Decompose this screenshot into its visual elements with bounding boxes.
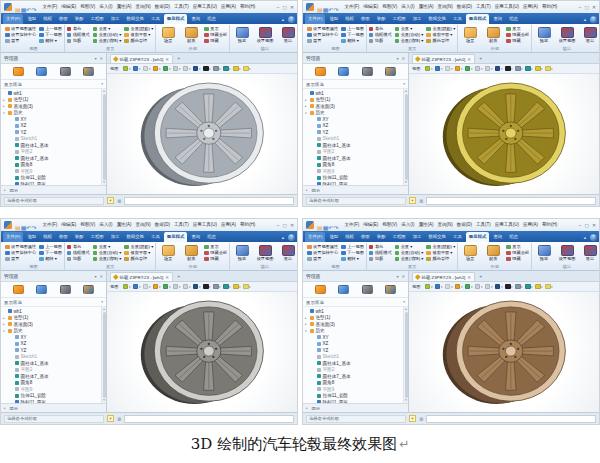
- ribbon-tab[interactable]: 装配: [72, 232, 87, 242]
- section-view-icon[interactable]: ▾: [495, 66, 503, 72]
- ribbon-button[interactable]: 隐藏: [204, 38, 227, 44]
- tab-close-icon[interactable]: ✕: [467, 275, 471, 280]
- list-icon[interactable]: ≣: [419, 415, 423, 423]
- tree-scrollbar[interactable]: ▲ ▼: [403, 307, 408, 403]
- pin-icon[interactable]: ▾: [94, 56, 96, 61]
- sketch-edit-icon[interactable]: ▾: [485, 66, 493, 72]
- menu-item[interactable]: 查询(N): [135, 2, 150, 12]
- ribbon-tab[interactable]: 造型: [326, 232, 341, 242]
- globe-icon[interactable]: ▾: [525, 284, 533, 290]
- assembly-manager-icon[interactable]: [36, 285, 47, 294]
- model-canvas[interactable]: [409, 292, 599, 412]
- help-icon[interactable]: ?: [590, 234, 597, 241]
- light-icon[interactable]: ▾: [455, 66, 463, 72]
- ribbon-tab[interactable]: 加工: [108, 14, 123, 24]
- ribbon-collapse-icon[interactable]: ▲: [281, 17, 285, 22]
- new-tab-button[interactable]: +: [477, 54, 484, 63]
- command-input[interactable]: [124, 197, 294, 205]
- pin-icon[interactable]: ▾: [396, 274, 398, 279]
- shade-mode-icon[interactable]: ▾: [425, 284, 433, 290]
- snap-point-alt-icon[interactable]: ▾: [545, 66, 553, 72]
- menu-item[interactable]: 工具(T): [174, 220, 189, 230]
- ribbon-tab[interactable]: 工程图: [390, 232, 409, 242]
- filter-funnel-icon[interactable]: ▼: [409, 415, 416, 422]
- panel-close-icon[interactable]: ✕: [99, 56, 103, 61]
- wireframe-icon[interactable]: ▾: [143, 284, 151, 290]
- ribbon-tab[interactable]: 曲面: [56, 14, 71, 24]
- new-tab-button[interactable]: +: [175, 272, 182, 281]
- ribbon-big-button[interactable]: 退出: [278, 27, 298, 44]
- minimize-button[interactable]: –: [579, 3, 582, 12]
- close-button[interactable]: ✕: [592, 3, 596, 12]
- ribbon-big-button[interactable]: 预览: [534, 245, 554, 262]
- menu-item[interactable]: 帮助(H): [240, 220, 255, 230]
- ribbon-collapse-icon[interactable]: ▲: [281, 235, 285, 240]
- ribbon-tab[interactable]: 线框: [40, 232, 55, 242]
- visual-manager-icon[interactable]: [385, 285, 396, 294]
- ribbon-button[interactable]: 翻转 ▾: [39, 38, 62, 44]
- menu-item[interactable]: 工具(T): [476, 2, 491, 12]
- close-button[interactable]: ✕: [592, 221, 596, 230]
- background-icon[interactable]: ▾: [163, 284, 171, 290]
- menu-item[interactable]: 应用工具(U): [193, 220, 217, 230]
- ribbon-tab[interactable]: 加工: [410, 14, 425, 24]
- ribbon-button[interactable]: 重置: [307, 256, 338, 262]
- screen-icon[interactable]: ▾: [203, 284, 211, 290]
- ribbon-button[interactable]: 全显(消隐) ▾: [93, 38, 122, 44]
- sketch-edit-icon[interactable]: ▾: [183, 66, 191, 72]
- menu-item[interactable]: 应用(A): [523, 220, 538, 230]
- ribbon-button[interactable]: 全显(消隐) ▾: [395, 256, 424, 262]
- tree-expand-icon[interactable]: ▸: [3, 104, 7, 108]
- snap-point-alt-icon[interactable]: ▾: [243, 66, 251, 72]
- history-manager-icon[interactable]: [13, 67, 24, 76]
- command-input[interactable]: [124, 415, 294, 423]
- replay-section[interactable]: ▸ 回放: [1, 403, 106, 412]
- visual-manager-icon[interactable]: [83, 67, 94, 76]
- ribbon-tab[interactable]: 曲面: [56, 232, 71, 242]
- ribbon-tab[interactable]: 工具: [148, 14, 163, 24]
- menu-item[interactable]: 插入(I): [401, 2, 414, 12]
- wireframe-icon[interactable]: ▾: [143, 66, 151, 72]
- expand-icon[interactable]: ▸: [4, 406, 8, 410]
- ribbon-big-button[interactable]: 场景: [460, 27, 480, 44]
- assembly-manager-icon[interactable]: [36, 67, 47, 76]
- view-dropdown[interactable]: 视图: [110, 66, 118, 71]
- ribbon-tab[interactable]: 工具: [450, 232, 465, 242]
- ribbon-big-button[interactable]: 场景: [158, 245, 178, 262]
- ribbon-tab[interactable]: 查询: [490, 232, 505, 242]
- tree-expand-icon[interactable]: ▾: [3, 329, 7, 333]
- scroll-thumb[interactable]: [405, 312, 408, 398]
- screen-icon[interactable]: ▾: [203, 66, 211, 72]
- ribbon-tab[interactable]: 加工: [108, 232, 123, 242]
- model-canvas[interactable]: [409, 74, 599, 194]
- menu-item[interactable]: 视图(V): [382, 2, 397, 12]
- shade-mode-icon[interactable]: ▾: [123, 66, 131, 72]
- scroll-thumb[interactable]: [103, 94, 106, 180]
- tree-item[interactable]: 阵列11_圆形: [1, 399, 100, 403]
- screen-icon[interactable]: ▾: [505, 284, 513, 290]
- frame-icon[interactable]: ▾: [173, 66, 181, 72]
- command-input[interactable]: [426, 415, 596, 423]
- ribbon-button[interactable]: 翻转 ▾: [341, 38, 364, 44]
- grid-icon[interactable]: ▾: [213, 66, 221, 72]
- ribbon-tab[interactable]: 组态: [506, 232, 521, 242]
- display-filter-row[interactable]: 显示筛选 ▾: [1, 80, 106, 89]
- ribbon-big-button[interactable]: 预览: [232, 245, 252, 262]
- ribbon-tab[interactable]: 造型: [326, 14, 341, 24]
- ribbon-tab[interactable]: 线框: [342, 14, 357, 24]
- globe-icon[interactable]: ▾: [223, 66, 231, 72]
- ribbon-tab[interactable]: 视觉样式: [466, 232, 490, 242]
- menu-item[interactable]: 工具(T): [174, 2, 189, 12]
- scroll-up-icon[interactable]: ▲: [103, 308, 106, 311]
- pin-icon[interactable]: ▾: [396, 56, 398, 61]
- help-icon[interactable]: ?: [288, 234, 295, 241]
- menu-item[interactable]: 插入(I): [401, 220, 414, 230]
- expand-icon[interactable]: ▸: [306, 406, 310, 410]
- shade-mode-icon[interactable]: ▾: [425, 66, 433, 72]
- help-icon[interactable]: ?: [590, 16, 597, 23]
- list-icon[interactable]: ≣: [117, 197, 121, 205]
- ribbon-big-button[interactable]: 材质: [181, 27, 201, 44]
- ribbon-big-button[interactable]: 退出: [580, 245, 600, 262]
- ribbon-tab[interactable]: 视觉样式: [164, 14, 188, 24]
- ribbon-big-button[interactable]: 场景: [460, 245, 480, 262]
